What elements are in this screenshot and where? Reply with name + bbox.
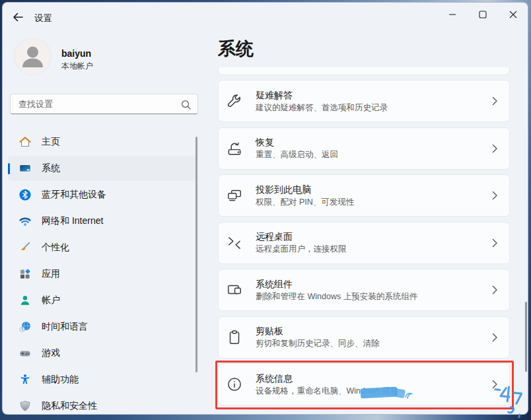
person-silhouette-icon xyxy=(15,38,51,75)
system-icon xyxy=(18,161,32,176)
censor-pen-tail xyxy=(404,391,413,403)
network-wifi-icon xyxy=(18,214,32,228)
sidebar-item-network[interactable]: 网络和 Internet xyxy=(8,209,197,234)
settings-card-list: 疑难解答建议的疑难解答、首选项和历史记录 恢复重置、高级启动、返回 投影到此电脑… xyxy=(218,80,510,405)
card-subtitle: 权限、配对 PIN、可发现性 xyxy=(256,197,354,207)
card-title: 系统组件 xyxy=(256,279,293,289)
project-to-pc-icon xyxy=(225,187,243,205)
blue-censor-scribble xyxy=(361,387,398,399)
info-icon xyxy=(225,376,243,394)
card-title: 系统信息 xyxy=(256,373,293,384)
troubleshoot-wrench-icon xyxy=(225,92,243,110)
home-icon xyxy=(18,135,32,149)
sidebar-item-gaming[interactable]: 游戏 xyxy=(8,341,197,366)
card-about[interactable]: 系统信息设备规格，重命名电脑、Windows 规格 xyxy=(218,363,510,405)
apps-icon xyxy=(18,267,32,281)
close-button[interactable] xyxy=(498,3,528,27)
sidebar-item-label: 帐户 xyxy=(42,295,60,306)
card-recovery[interactable]: 恢复重置、高级启动、返回 xyxy=(218,127,510,170)
clipboard-icon xyxy=(225,328,243,346)
search-input[interactable] xyxy=(11,94,197,114)
back-arrow-icon xyxy=(12,11,24,26)
app-title: 设置 xyxy=(34,13,52,24)
chevron-right-icon xyxy=(489,190,500,201)
chevron-right-icon xyxy=(489,332,500,343)
system-components-icon xyxy=(225,281,243,299)
chevron-right-icon xyxy=(489,285,500,295)
personalization-brush-icon xyxy=(18,240,32,255)
recovery-icon xyxy=(225,139,243,157)
watermark-scribble xyxy=(489,382,528,420)
selection-accent-bar xyxy=(8,163,10,174)
chevron-right-icon xyxy=(489,96,500,106)
card-subtitle: 剪切和复制历史记录、同步、清除 xyxy=(256,339,380,348)
page-title: 系统 xyxy=(218,37,254,61)
back-button[interactable] xyxy=(8,9,28,28)
card-title: 剪贴板 xyxy=(256,326,283,336)
accounts-icon xyxy=(18,293,32,308)
sidebar-item-label: 时间和语言 xyxy=(42,321,88,333)
sidebar-item-label: 网络和 Internet xyxy=(42,215,103,227)
maximize-button[interactable] xyxy=(468,3,498,27)
remote-desktop-icon xyxy=(225,234,243,252)
card-remote-desktop[interactable]: 远程桌面远程桌面用户，连接权限 xyxy=(218,222,510,264)
minimize-icon xyxy=(448,9,456,21)
close-icon xyxy=(509,9,517,21)
card-title: 远程桌面 xyxy=(256,231,293,242)
sidebar-item-label: 系统 xyxy=(42,162,60,174)
sidebar-nav: 主页 系统 蓝牙和其他设备 网络和 Internet 个性化 xyxy=(8,129,197,419)
bluetooth-icon xyxy=(18,188,32,202)
user-name: baiyun xyxy=(61,48,91,59)
privacy-shield-icon xyxy=(18,399,32,413)
sidebar-item-accessibility[interactable]: 辅助功能 xyxy=(8,367,197,392)
card-system-components[interactable]: 系统组件删除和管理在 Windows 上预安装的系统组件 xyxy=(218,269,510,311)
user-account-type: 本地帐户 xyxy=(61,61,93,72)
sidebar-item-label: 个性化 xyxy=(42,242,69,254)
accessibility-icon xyxy=(18,372,32,387)
sidebar-item-label: 隐私和安全性 xyxy=(42,400,97,412)
sidebar-item-time-language[interactable]: 时间和语言 xyxy=(8,314,197,339)
card-clipboard[interactable]: 剪贴板剪切和复制历史记录、同步、清除 xyxy=(218,316,510,359)
sidebar-item-label: 主页 xyxy=(42,136,60,148)
sidebar-item-home[interactable]: 主页 xyxy=(8,129,197,155)
time-language-icon xyxy=(18,320,32,334)
card-subtitle: 重置、高级启动、返回 xyxy=(256,150,338,159)
sidebar-item-label: 应用 xyxy=(42,268,60,280)
gaming-gamepad-icon xyxy=(18,346,32,361)
chevron-right-icon xyxy=(489,143,500,154)
chevron-right-icon xyxy=(489,238,500,248)
window-controls xyxy=(437,3,528,27)
sidebar-item-apps[interactable]: 应用 xyxy=(8,262,197,287)
sidebar-item-accounts[interactable]: 帐户 xyxy=(8,288,197,313)
card-title: 投影到此电脑 xyxy=(256,184,311,195)
search-box[interactable] xyxy=(10,94,198,114)
card-subtitle: 远程桌面用户，连接权限 xyxy=(256,244,347,254)
minimize-button[interactable] xyxy=(437,3,468,27)
content-scrollbar[interactable] xyxy=(525,302,527,372)
card-title: 疑难解答 xyxy=(256,90,293,100)
maximize-icon xyxy=(479,9,487,21)
sidebar-item-privacy[interactable]: 隐私和安全性 xyxy=(8,394,197,419)
sidebar-item-personalization[interactable]: 个性化 xyxy=(8,235,197,260)
card-subtitle: 建议的疑难解答、首选项和历史记录 xyxy=(256,103,388,112)
desktop: 设置 baiyun 本地帐户 主页 xyxy=(0,0,531,420)
card-troubleshoot[interactable]: 疑难解答建议的疑难解答、首选项和历史记录 xyxy=(218,80,510,122)
card-subtitle: 删除和管理在 Windows 上预安装的系统组件 xyxy=(256,292,417,301)
scrolled-card-sliver xyxy=(218,67,510,75)
search-icon xyxy=(180,99,192,113)
sidebar-scrollbar[interactable] xyxy=(195,137,197,372)
sidebar-item-label: 游戏 xyxy=(42,347,60,359)
sidebar-item-bluetooth[interactable]: 蓝牙和其他设备 xyxy=(8,182,197,207)
avatar[interactable] xyxy=(15,38,51,75)
card-projecting[interactable]: 投影到此电脑权限、配对 PIN、可发现性 xyxy=(218,174,510,217)
card-title: 恢复 xyxy=(256,137,274,147)
sidebar-item-system[interactable]: 系统 xyxy=(8,156,197,181)
sidebar-item-label: 辅助功能 xyxy=(42,374,79,386)
sidebar-item-label: 蓝牙和其他设备 xyxy=(42,189,106,201)
